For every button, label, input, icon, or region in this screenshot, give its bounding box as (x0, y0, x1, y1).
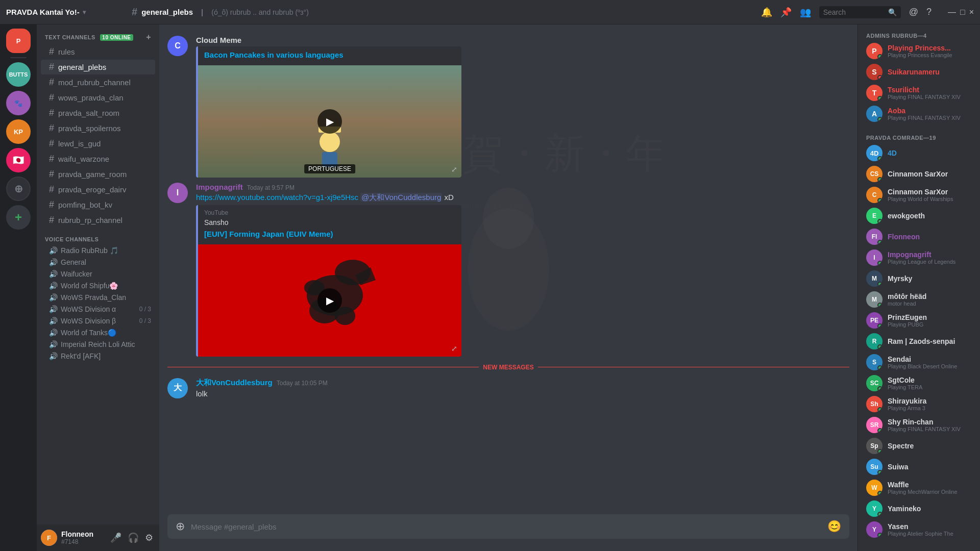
channel-item-mod[interactable]: # mod_rubrub_channel (41, 75, 155, 90)
member-item[interactable]: M môtôr hëäd motor head (862, 289, 976, 310)
avatar: F (41, 530, 57, 546)
server-icon-kp[interactable]: KP (6, 119, 31, 144)
member-item[interactable]: S Suikarunameru (862, 62, 976, 82)
channel-item-general-plebs[interactable]: # general_plebs ⊕ (41, 60, 155, 74)
voice-item-wot[interactable]: 🔊 World of Tanks🔵 (41, 327, 155, 338)
server-icon-jp[interactable]: 🇯🇵 (6, 148, 31, 172)
embed: Bacon Pancakes in various languages (196, 46, 461, 178)
server-name[interactable]: PRAVDA Kantai Yo!- ▾ (6, 8, 124, 16)
voice-icon: 🔊 (49, 246, 58, 255)
channel-item-wows[interactable]: # wows_pravda_clan (41, 90, 155, 105)
channel-item-lewd[interactable]: # lewd_is_gud (41, 136, 155, 151)
members-icon[interactable]: 👥 (800, 7, 811, 18)
voice-item-general[interactable]: 🔊 General (41, 257, 155, 268)
search-input[interactable] (823, 8, 885, 16)
member-item[interactable]: SR Shy Rin-chan Playing FINAL FANTASY XI… (862, 415, 976, 435)
hash-icon: # (49, 92, 54, 103)
message-input[interactable] (191, 522, 821, 531)
channel-item-rules[interactable]: # rules (41, 44, 155, 59)
server-icon-3[interactable]: 🐾 (6, 91, 31, 115)
emoji-button[interactable]: 😊 (827, 520, 841, 533)
channel-item-salt[interactable]: # pravda_salt_room (41, 106, 155, 120)
member-status: Playing MechWarrior Online (888, 489, 972, 495)
member-name: môtôr hëäd (888, 292, 972, 300)
member-item[interactable]: CS Cinnamon SarXor (862, 164, 976, 184)
window-controls: — □ × (948, 8, 974, 17)
member-item[interactable]: Y Yasen Playing Atelier Sophie The (862, 519, 976, 540)
member-info: môtôr hëäd motor head (888, 292, 972, 307)
member-item[interactable]: S Sendai Playing Black Desert Online (862, 352, 976, 372)
external-link-icon[interactable]: ⤢ (451, 344, 457, 353)
channel-item-waifu[interactable]: # waifu_warzone (41, 152, 155, 166)
member-item[interactable]: Sh Shirayukira Playing Arma 3 (862, 394, 976, 414)
voice-channel-name: Radio RubRub 🎵 (61, 246, 118, 255)
voice-item-pravda-clan[interactable]: 🔊 WoWS Pravda_Clan (41, 292, 155, 303)
embed-video-preview[interactable]: ▶ ⤢ (198, 244, 461, 357)
status-dot (877, 75, 883, 80)
member-item[interactable]: I Impognagrift Playing League of Legends (862, 247, 976, 268)
voice-item-division-beta[interactable]: 🔊 WoWS Division β 0 / 3 (41, 315, 155, 327)
member-item[interactable]: 4D 4D (862, 143, 976, 163)
close-button[interactable]: × (969, 8, 974, 17)
channel-item-game[interactable]: # pravda_game_room (41, 167, 155, 182)
member-item[interactable]: Su Suiwa (862, 457, 976, 477)
member-item[interactable]: E ewokgoeth (862, 206, 976, 226)
external-link-icon[interactable]: ⤢ (451, 165, 457, 173)
pin-icon[interactable]: 📌 (780, 7, 792, 18)
status-dot (877, 512, 883, 517)
admins-section: ADMINS RUBRUB—4 P Playing Princess... Pl… (858, 24, 980, 127)
voice-item-radio[interactable]: 🔊 Radio RubRub 🎵 (41, 245, 155, 256)
help-icon[interactable]: ? (926, 7, 932, 17)
member-item[interactable]: R Ram | Zaods-senpai (862, 331, 976, 352)
channel-item-eroge[interactable]: # pravda_eroge_dairv (41, 182, 155, 197)
hash-icon: # (49, 184, 54, 195)
message-link[interactable]: https://www.youtube.com/watch?v=g1-xj9e5… (196, 193, 358, 202)
member-info: Sendai Playing Black Desert Online (888, 355, 972, 369)
play-button[interactable]: ▶ (317, 109, 342, 134)
at-icon[interactable]: @ (909, 7, 918, 17)
server-icon-butts[interactable]: BUTTS (6, 62, 31, 87)
deafen-button[interactable]: 🎧 (126, 530, 141, 545)
maximize-button[interactable]: □ (960, 8, 965, 17)
member-item[interactable]: A Aoba Playing FINAL FANTASY XIV (862, 104, 976, 124)
voice-item-afk[interactable]: 🔊 Rekt'd [AFK] (41, 350, 155, 362)
member-item[interactable]: SC SgtCole Playing TERA (862, 373, 976, 393)
admins-section-title: ADMINS RUBRUB—4 (862, 33, 976, 39)
member-item[interactable]: Fl Flonneon (862, 227, 976, 247)
channel-name: pravda_salt_room (58, 109, 119, 117)
bell-icon[interactable]: 🔔 (761, 7, 772, 18)
settings-button[interactable]: ⚙ (143, 530, 155, 545)
mute-button[interactable]: 🎤 (108, 530, 124, 545)
member-status: Playing Black Desert Online (888, 363, 972, 369)
add-channel-icon[interactable]: + (146, 33, 151, 42)
avatar: T (866, 85, 883, 101)
attach-file-button[interactable]: ⊕ (176, 520, 185, 533)
member-item[interactable]: C Cinnamon SarXor Playing World of Warsh… (862, 185, 976, 205)
voice-item-waifucker[interactable]: 🔊 Waifucker (41, 268, 155, 280)
member-item[interactable]: Sp Spectre (862, 436, 976, 456)
voice-item-division-alpha[interactable]: 🔊 WoWS Division α 0 / 3 (41, 304, 155, 315)
member-item[interactable]: Y Yamineko (862, 498, 976, 519)
member-status: Playing FINAL FANTASY XIV (888, 115, 972, 121)
member-item[interactable]: P Playing Princess... Playing Princess E… (862, 41, 976, 61)
member-item[interactable]: M Myrsky (862, 268, 976, 289)
member-item[interactable]: T Tsurilicht Playing FINAL FANTASY XIV (862, 83, 976, 103)
voice-item-shipfu[interactable]: 🔊 World of Shipfu🌸 (41, 280, 155, 291)
channel-item-spoiler[interactable]: # pravda_spoilernos (41, 121, 155, 136)
play-button[interactable]: ▶ (317, 288, 342, 313)
voice-item-imperial[interactable]: 🔊 Imperial Reich Loli Attic (41, 339, 155, 350)
server-icon-6[interactable]: ⊕ (6, 177, 31, 201)
channel-item-rp[interactable]: # rubrub_rp_channel (41, 213, 155, 228)
minimize-button[interactable]: — (948, 8, 956, 17)
channel-name: lewd_is_gud (58, 139, 101, 148)
add-server-button[interactable]: + (6, 205, 31, 230)
member-item[interactable]: W Waffle Playing MechWarrior Online (862, 478, 976, 498)
channel-item-pomfing[interactable]: # pomfing_bot_kv (41, 197, 155, 212)
embed-video-preview[interactable]: ▶ ⤢ PORTUGUESE (198, 65, 461, 178)
search-bar[interactable]: 🔍 (819, 6, 901, 18)
server-icon-pravda[interactable]: P (6, 29, 31, 53)
member-status: Playing World of Warships (888, 196, 972, 202)
member-name: Impognagrift (888, 251, 972, 259)
member-item[interactable]: PE PrinzEugen Playing PUBG (862, 310, 976, 331)
member-info: Ram | Zaods-senpai (888, 337, 972, 345)
